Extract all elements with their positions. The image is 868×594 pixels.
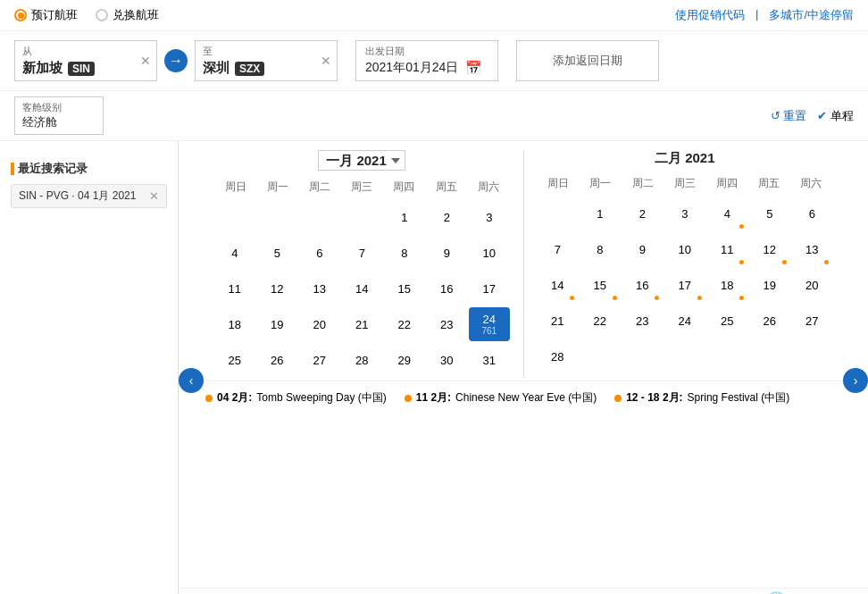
jan-day-31[interactable]: 31 <box>469 343 510 377</box>
radio-redeem <box>96 9 108 21</box>
jan-day-25[interactable]: 25 <box>214 343 255 377</box>
feb-day-8[interactable]: 8 <box>580 232 621 266</box>
class-value: 经济舱 <box>22 114 96 130</box>
jan-day-3[interactable]: 3 <box>469 200 510 234</box>
to-clear-icon[interactable]: ✕ <box>321 54 331 68</box>
feb-day-27[interactable]: 27 <box>792 304 833 338</box>
feb-day-10[interactable]: 10 <box>664 232 705 266</box>
main-area: 新加坡航空关怀承诺 最近搜索记录 SIN - PVG · 04 1月 2021 … <box>0 141 868 594</box>
jan-day-18[interactable]: 18 <box>214 307 255 341</box>
feb-day-12[interactable]: 12 <box>749 232 790 266</box>
holiday-item: 11 2月: Chinese New Year Eve (中国) <box>405 390 597 406</box>
to-field[interactable]: 至 深圳 SZX ✕ <box>195 40 338 81</box>
calendar-prev-button[interactable]: ‹ <box>179 368 204 393</box>
class-field[interactable]: 客舱级别 经济舱 <box>14 96 104 135</box>
class-label: 客舱级别 <box>22 101 96 114</box>
feb-day-18[interactable]: 18 <box>707 268 748 302</box>
feb-day-3[interactable]: 3 <box>664 197 705 230</box>
holiday-dot-icon <box>205 395 213 402</box>
jan-day-19[interactable]: 19 <box>257 307 298 341</box>
jan-day-8[interactable]: 8 <box>384 236 425 270</box>
from-clear-icon[interactable]: ✕ <box>140 54 151 68</box>
feb-day-6[interactable]: 6 <box>792 197 833 230</box>
top-links: 使用促销代码 | 多城市/中途停留 <box>675 7 854 23</box>
feb-day-7[interactable]: 7 <box>538 232 579 266</box>
depart-date-field[interactable]: 出发日期 2021年01月24日 📅 <box>355 40 498 81</box>
jan-day-14[interactable]: 14 <box>342 272 383 305</box>
recent-close-icon[interactable]: ✕ <box>149 189 159 203</box>
price-bar: 单程SGD 761起 <box>179 588 868 594</box>
to-iata: SZX <box>235 62 264 76</box>
jan-day-29[interactable]: 29 <box>384 343 425 377</box>
jan-day-22[interactable]: 22 <box>384 307 425 341</box>
jan-day-10[interactable]: 10 <box>469 236 510 270</box>
jan-day-1[interactable]: 1 <box>384 200 425 234</box>
jan-day-21[interactable]: 21 <box>342 307 383 341</box>
jan-day-9[interactable]: 9 <box>427 236 468 270</box>
feb-day-24[interactable]: 24 <box>664 304 705 338</box>
swap-button[interactable]: → <box>157 40 195 81</box>
calendar-january: 一月 2021 周日 周一 周二 周三 周四 周五 周六 12345678910… <box>205 150 519 377</box>
feb-day-9[interactable]: 9 <box>622 232 664 266</box>
check-icon: ✔ <box>817 109 827 122</box>
calendar-next-button[interactable]: › <box>843 368 868 393</box>
feb-day-26[interactable]: 26 <box>749 304 790 338</box>
holiday-date: 11 2月: <box>416 390 451 406</box>
jan-day-30[interactable]: 30 <box>427 343 468 377</box>
jan-month-select[interactable]: 一月 2021 <box>318 150 405 171</box>
feb-day-23[interactable]: 23 <box>622 304 664 338</box>
jan-day-5[interactable]: 5 <box>257 236 298 270</box>
jan-day-4[interactable]: 4 <box>214 236 255 270</box>
to-city: 深圳 <box>203 60 230 77</box>
feb-day-4[interactable]: 4 <box>707 197 748 230</box>
promo-code-link[interactable]: 使用促销代码 <box>675 7 745 23</box>
jan-day-27[interactable]: 27 <box>299 343 340 377</box>
feb-day-28[interactable]: 28 <box>538 339 579 373</box>
jan-day-6[interactable]: 6 <box>299 236 340 270</box>
feb-day-25[interactable]: 25 <box>707 304 748 338</box>
jan-day-16[interactable]: 16 <box>427 272 468 305</box>
feb-day-1[interactable]: 1 <box>580 197 621 230</box>
feb-day-5[interactable]: 5 <box>749 197 790 230</box>
option-booking[interactable]: 预订航班 <box>14 7 78 23</box>
holiday-name: Tomb Sweeping Day (中国) <box>256 390 386 406</box>
cal-empty <box>257 200 298 234</box>
multi-city-link[interactable]: 多城市/中途停留 <box>769 7 854 23</box>
feb-day-2[interactable]: 2 <box>622 197 664 230</box>
holiday-item: 12 - 18 2月: Spring Festival (中国) <box>614 390 789 406</box>
recent-item[interactable]: SIN - PVG · 04 1月 2021 ✕ <box>11 184 167 208</box>
return-date-field[interactable]: 添加返回日期 <box>516 40 659 81</box>
jan-day-11[interactable]: 11 <box>214 272 255 305</box>
feb-day-15[interactable]: 15 <box>580 268 621 302</box>
feb-day-13[interactable]: 13 <box>792 232 833 266</box>
jan-day-26[interactable]: 26 <box>257 343 298 377</box>
feb-day-16[interactable]: 16 <box>622 268 664 302</box>
feb-day-17[interactable]: 17 <box>664 268 705 302</box>
oneway-checkbox[interactable]: ✔ 单程 <box>817 108 854 124</box>
jan-day-12[interactable]: 12 <box>257 272 298 305</box>
feb-day-22[interactable]: 22 <box>580 304 621 338</box>
feb-day-14[interactable]: 14 <box>538 268 579 302</box>
jan-day-28[interactable]: 28 <box>342 343 383 377</box>
feb-month-label: 二月 2021 <box>655 150 715 167</box>
feb-day-11[interactable]: 11 <box>707 232 748 266</box>
from-field[interactable]: 从 新加坡 SIN ✕ <box>14 40 157 81</box>
jan-day-23[interactable]: 23 <box>427 307 468 341</box>
holiday-name: Chinese New Year Eve (中国) <box>455 390 597 406</box>
jan-day-2[interactable]: 2 <box>427 200 468 234</box>
jan-day-17[interactable]: 17 <box>469 272 510 305</box>
jan-day-24[interactable]: 24761 <box>469 307 510 341</box>
reset-button[interactable]: ↺ 重置 <box>771 108 806 124</box>
jan-day-20[interactable]: 20 <box>299 307 340 341</box>
option-redeem[interactable]: 兑换航班 <box>96 7 159 23</box>
cal-empty <box>538 197 579 230</box>
jan-day-13[interactable]: 13 <box>299 272 340 305</box>
jan-day-15[interactable]: 15 <box>384 272 425 305</box>
sidebar: 最近搜索记录 SIN - PVG · 04 1月 2021 ✕ <box>0 141 179 594</box>
feb-day-19[interactable]: 19 <box>749 268 790 302</box>
feb-day-20[interactable]: 20 <box>792 268 833 302</box>
holiday-dot-icon <box>405 395 412 402</box>
cal-empty <box>214 200 255 234</box>
jan-day-7[interactable]: 7 <box>342 236 383 270</box>
feb-day-21[interactable]: 21 <box>538 304 579 338</box>
